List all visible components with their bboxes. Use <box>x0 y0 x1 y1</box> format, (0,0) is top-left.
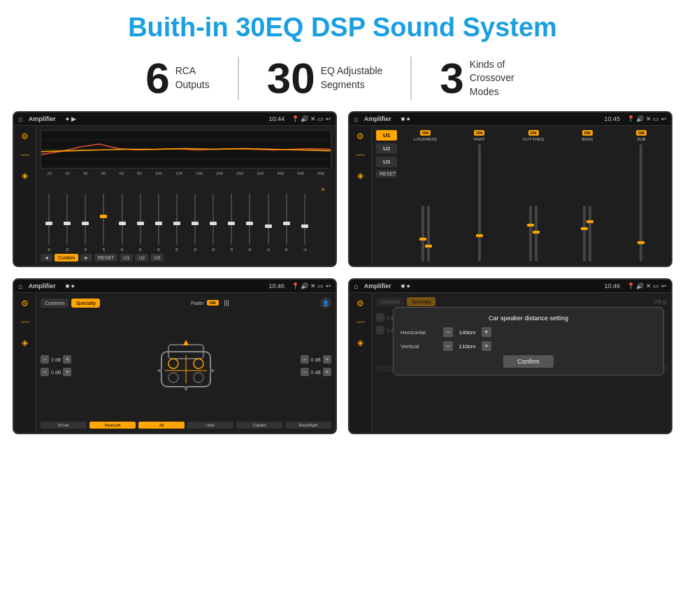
eq-time: 10:44 <box>268 115 284 122</box>
eq-sidebar-icon2[interactable]: 〰 <box>21 151 29 161</box>
fader-sidebar-icon3[interactable]: ◈ <box>22 338 28 348</box>
eq-slider-1[interactable]: 0 <box>59 192 75 252</box>
eq-status-bar: ⌂ Amplifier ● ▶ 10:44 📍 🔊 ✕ ▭ ↩ <box>14 113 336 126</box>
amp-screen-card: ⌂ Amplifier ■ ● 10:45 📍 🔊 ✕ ▭ ↩ ⚙ 〰 ◈ U1… <box>348 111 672 267</box>
fader-time: 10:46 <box>268 282 284 289</box>
amp-home-icon[interactable]: ⌂ <box>354 115 359 123</box>
stat-label-crossover: Kinds ofCrossover Modes <box>470 58 540 99</box>
dialog-left-sidebar: ⚙ 〰 ◈ <box>349 293 372 433</box>
amp-reset-btn[interactable]: RESET <box>376 170 397 178</box>
dialog-sidebar-icon2[interactable]: 〰 <box>356 318 365 328</box>
eq-reset-btn[interactable]: RESET <box>94 254 117 262</box>
eq-u3-btn[interactable]: U3 <box>150 254 164 262</box>
amp-sub-on[interactable]: ON <box>636 130 647 136</box>
amp-phat-slider[interactable] <box>478 144 481 262</box>
fader-bottom-bar: Driver RearLeft All User Copilot RearRig… <box>41 422 331 429</box>
amp-loudness-on[interactable]: ON <box>420 130 431 136</box>
amp-loudness-slider2[interactable] <box>427 206 430 262</box>
amp-left-sidebar: ⚙ 〰 ◈ <box>349 126 372 266</box>
fader-on-badge[interactable]: ON <box>207 300 219 306</box>
dialog-horizontal-minus[interactable]: − <box>443 327 453 337</box>
fader-db2-minus[interactable]: − <box>41 368 49 376</box>
fader-right-db-controls: − 0 dB + − 0 dB + <box>301 355 331 376</box>
fader-db4-plus[interactable]: + <box>323 368 331 376</box>
amp-loudness-slider[interactable] <box>421 206 424 262</box>
eq-slider-0[interactable]: 0 <box>41 192 57 252</box>
eq-slider-12[interactable]: -1 <box>260 192 277 252</box>
eq-slider-13[interactable]: 0 <box>278 192 295 252</box>
car-svg <box>151 334 221 397</box>
eq-slider-5[interactable]: 0 <box>132 192 149 252</box>
eq-slider-10[interactable]: 0 <box>223 192 240 252</box>
amp-bass-on[interactable]: ON <box>582 130 593 136</box>
eq-more-icon[interactable]: » <box>315 185 331 245</box>
amp-bass-slider2[interactable] <box>589 206 591 262</box>
fader-rearright-btn[interactable]: RearRight <box>285 422 331 429</box>
dialog-vertical-plus[interactable]: + <box>482 341 491 351</box>
fader-db3-plus[interactable]: + <box>323 355 331 364</box>
fader-sidebar-icon2[interactable]: 〰 <box>21 318 29 328</box>
eq-slider-14[interactable]: -1 <box>296 192 313 252</box>
fader-screen-content: ⚙ 〰 ◈ Common Specialty Fader ON ||| 👤 <box>14 293 336 433</box>
amp-cutfreq-on[interactable]: ON <box>528 130 539 136</box>
eq-slider-7[interactable]: 0 <box>168 192 185 252</box>
dialog-sidebar-icon3[interactable]: ◈ <box>357 338 363 348</box>
eq-slider-4[interactable]: 0 <box>114 192 131 252</box>
fader-user-btn[interactable]: User <box>187 422 233 429</box>
eq-sidebar-icon3[interactable]: ◈ <box>22 171 28 180</box>
fader-db1-plus[interactable]: + <box>63 355 71 364</box>
eq-slider-9[interactable]: 0 <box>205 192 222 252</box>
eq-slider-8[interactable]: 0 <box>187 192 203 252</box>
amp-sidebar-icon3[interactable]: ◈ <box>357 171 363 180</box>
eq-slider-2[interactable]: 0 <box>77 192 94 252</box>
fader-db1-minus[interactable]: − <box>41 355 49 364</box>
fader-sidebar-icon1[interactable]: ⚙ <box>21 299 29 308</box>
eq-dots: ● ▶ <box>66 115 76 122</box>
dialog-vertical-minus[interactable]: − <box>443 341 453 351</box>
amp-preset-u3[interactable]: U3 <box>376 157 397 167</box>
dialog-app-name: Amplifier <box>364 282 391 289</box>
dialog-home-icon[interactable]: ⌂ <box>354 282 359 290</box>
eq-custom-btn[interactable]: Custom <box>55 254 78 262</box>
amp-app-name: Amplifier <box>364 115 391 122</box>
fader-left-db-controls: − 0 dB + − 0 dB + <box>41 355 71 376</box>
amp-cutfreq-slider1[interactable] <box>529 206 532 262</box>
fader-driver-btn[interactable]: Driver <box>41 422 87 429</box>
fader-home-icon[interactable]: ⌂ <box>18 282 23 290</box>
eq-prev-btn[interactable]: ◄ <box>41 254 52 262</box>
fader-db4-minus[interactable]: − <box>301 368 309 376</box>
amp-cutfreq-slider2[interactable] <box>535 206 538 262</box>
fader-top-bar: Common Specialty Fader ON ||| 👤 <box>41 297 331 308</box>
fader-db2-plus[interactable]: + <box>63 368 71 376</box>
svg-marker-15 <box>210 368 215 373</box>
amp-sub-slider[interactable] <box>640 144 642 262</box>
eq-slider-6[interactable]: 0 <box>150 192 167 252</box>
eq-next-btn[interactable]: ► <box>80 254 92 262</box>
eq-u1-btn[interactable]: U1 <box>120 254 133 262</box>
fader-copilot-btn[interactable]: Copilot <box>236 422 282 429</box>
fader-all-btn[interactable]: All <box>138 422 185 429</box>
fader-rearleft-btn[interactable]: RearLeft <box>89 422 136 429</box>
eq-slider-11[interactable]: 0 <box>241 192 258 252</box>
fader-left-sidebar: ⚙ 〰 ◈ <box>14 293 36 433</box>
home-icon[interactable]: ⌂ <box>18 115 23 123</box>
confirm-button[interactable]: Confirm <box>503 355 554 368</box>
fader-common-tab[interactable]: Common <box>41 299 68 308</box>
svg-point-6 <box>168 359 178 368</box>
amp-preset-u1[interactable]: U1 <box>376 130 397 141</box>
fader-specialty-tab[interactable]: Specialty <box>71 299 99 308</box>
amp-sidebar-icon1[interactable]: ⚙ <box>356 131 364 141</box>
eq-slider-3[interactable]: 5 <box>95 192 112 252</box>
dialog-dots: ■ ● <box>401 282 410 289</box>
fader-db3-minus[interactable]: − <box>301 355 309 364</box>
dialog-sidebar-icon1[interactable]: ⚙ <box>356 299 364 308</box>
amp-phat-on[interactable]: ON <box>474 130 484 136</box>
eq-u2-btn[interactable]: U2 <box>135 254 148 262</box>
amp-bass-slider1[interactable] <box>583 206 586 262</box>
dialog-horizontal-ctrl: − 140cm + <box>443 327 491 337</box>
eq-sidebar-icon1[interactable]: ⚙ <box>21 131 29 141</box>
page-title: Buith-in 30EQ DSP Sound System <box>0 0 685 50</box>
dialog-horizontal-plus[interactable]: + <box>482 327 491 337</box>
amp-sidebar-icon2[interactable]: 〰 <box>356 151 365 161</box>
amp-preset-u2[interactable]: U2 <box>376 143 397 154</box>
